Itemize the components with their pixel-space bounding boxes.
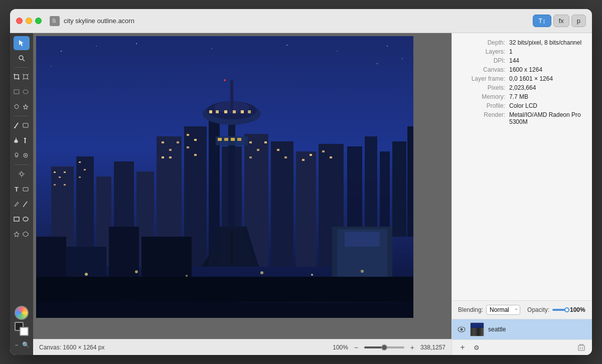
- layers-label: Layers:: [460, 48, 505, 55]
- svg-rect-110: [237, 138, 241, 141]
- svg-line-4: [23, 59, 25, 61]
- zoom-slider-handle: [381, 344, 387, 350]
- opacity-label: Opacity:: [527, 306, 549, 313]
- background-color[interactable]: [20, 327, 29, 336]
- clone-tool[interactable]: [13, 148, 21, 162]
- layer-visibility-toggle[interactable]: [457, 325, 466, 334]
- svg-line-7: [15, 123, 18, 127]
- clone-retouch-pair: [13, 148, 31, 162]
- svg-rect-82: [264, 141, 267, 143]
- text-tool[interactable]: T: [13, 182, 21, 196]
- svg-point-32: [136, 43, 137, 44]
- svg-point-38: [51, 66, 52, 67]
- svg-point-3: [19, 56, 23, 60]
- svg-point-8: [14, 127, 16, 128]
- svg-rect-128: [578, 345, 584, 350]
- retouch-tool[interactable]: [22, 148, 30, 162]
- zoom-slider[interactable]: [364, 346, 404, 348]
- pen-tool[interactable]: [13, 197, 21, 211]
- star-tool[interactable]: [13, 227, 21, 241]
- lasso-tool[interactable]: [13, 100, 21, 114]
- zoom-in-tool[interactable]: 🔍: [22, 338, 30, 352]
- svg-rect-63: [54, 171, 56, 173]
- svg-rect-99: [230, 80, 233, 110]
- layer-options-button[interactable]: ⚙: [471, 342, 482, 353]
- profile-value: Color LCD: [505, 102, 584, 109]
- svg-rect-9: [23, 123, 28, 127]
- svg-rect-85: [284, 156, 287, 158]
- delete-layer-button[interactable]: [576, 342, 587, 353]
- svg-point-119: [85, 273, 88, 276]
- svg-rect-78: [187, 146, 189, 148]
- render-label: Render:: [460, 111, 505, 125]
- close-button[interactable]: [16, 18, 23, 24]
- svg-rect-109: [231, 138, 235, 141]
- transform-tool[interactable]: [22, 70, 30, 84]
- blending-label: Blending:: [458, 306, 483, 313]
- svg-rect-88: [322, 150, 325, 152]
- maximize-button[interactable]: [35, 18, 42, 24]
- svg-rect-60: [271, 141, 293, 267]
- dpi-label: DPI:: [460, 57, 505, 64]
- rect-shape-tool[interactable]: [13, 212, 21, 226]
- svg-rect-65: [64, 171, 66, 173]
- separator-2: [15, 116, 29, 116]
- polygon-tool[interactable]: [22, 227, 30, 241]
- magic-select-tool[interactable]: [22, 100, 30, 114]
- opacity-slider[interactable]: [552, 309, 567, 311]
- eraser-tool[interactable]: [22, 118, 30, 132]
- paint-tool[interactable]: [13, 118, 21, 132]
- svg-rect-105: [248, 110, 251, 113]
- zoom-out-tool[interactable]: −: [13, 338, 21, 352]
- blending-row: Blending: Normal Multiply Screen Overlay…: [452, 300, 592, 319]
- svg-rect-84: [277, 149, 279, 151]
- svg-line-22: [23, 175, 24, 176]
- crop-tool[interactable]: [13, 70, 21, 84]
- svg-rect-23: [23, 188, 28, 191]
- color-wheel[interactable]: [14, 306, 30, 320]
- zoom-tool[interactable]: [14, 51, 30, 65]
- p-button[interactable]: p: [571, 15, 586, 27]
- titlebar-buttons: T↕ fx p: [533, 15, 586, 27]
- blend-mode-select[interactable]: Normal Multiply Screen Overlay: [486, 305, 520, 315]
- text-tool-button[interactable]: T↕: [533, 15, 551, 27]
- shape-tool[interactable]: [22, 182, 30, 196]
- brush-tool[interactable]: [22, 197, 30, 211]
- ellipse-select-tool[interactable]: [22, 85, 30, 99]
- fx-button[interactable]: fx: [553, 15, 569, 27]
- svg-rect-95: [228, 116, 235, 229]
- svg-point-6: [23, 90, 28, 94]
- svg-rect-80: [249, 141, 252, 143]
- add-layer-button[interactable]: +: [457, 342, 468, 353]
- minimize-button[interactable]: [26, 18, 32, 24]
- rect-select-tool[interactable]: [13, 85, 21, 99]
- layers-row: Layers: 1: [460, 48, 584, 55]
- layerframe-row: Layer frame: 0,0 1601 × 1264: [460, 75, 584, 82]
- canvas-image[interactable]: [36, 36, 413, 318]
- zoom-out-status[interactable]: −: [351, 342, 361, 352]
- select-tool[interactable]: [14, 36, 30, 50]
- brightness-tool[interactable]: [14, 167, 30, 181]
- ellipse-shape-tool[interactable]: [22, 212, 30, 226]
- svg-point-120: [135, 270, 138, 273]
- svg-rect-100: [209, 110, 212, 113]
- pen-brush-pair: [13, 197, 31, 211]
- fill-tool[interactable]: [13, 133, 21, 147]
- layer-item[interactable]: seattle: [452, 319, 592, 339]
- profile-row: Profile: Color LCD: [460, 102, 584, 109]
- svg-rect-61: [296, 151, 316, 267]
- lasso-magic-pair: [13, 100, 31, 114]
- svg-rect-102: [224, 110, 227, 113]
- titlebar: city skyline outline.acorn T↕ fx p: [10, 9, 592, 33]
- svg-point-34: [286, 45, 287, 46]
- memory-row: Memory: 7.7 MB: [460, 93, 584, 100]
- zoom-in-status[interactable]: +: [407, 342, 417, 352]
- depth-row: Depth: 32 bits/pixel, 8 bits/channel: [460, 39, 584, 46]
- fg-bg-colors[interactable]: [15, 322, 29, 336]
- eyedropper-tool[interactable]: [22, 133, 30, 147]
- toolbar: T: [10, 33, 33, 355]
- layers-value: 1: [505, 48, 584, 55]
- svg-rect-104: [241, 110, 244, 113]
- svg-line-24: [24, 202, 27, 206]
- layerframe-value: 0,0 1601 × 1264: [505, 75, 584, 82]
